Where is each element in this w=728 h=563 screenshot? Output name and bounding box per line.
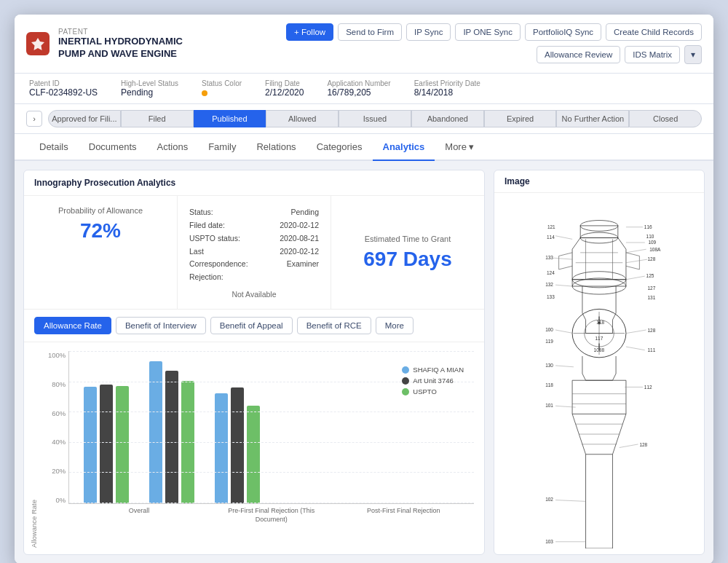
tab-analytics[interactable]: Analytics [373,134,435,161]
uspto-key: USPTO status: [189,232,240,245]
svg-text:1088: 1088 [594,347,605,353]
allowance-review-button[interactable]: Allowance Review [537,46,620,63]
svg-text:109: 109 [648,240,656,245]
gridline-40 [69,442,474,443]
bar-pre-final-green [181,381,194,503]
x-label-post-final: Post-First Final Rejection [347,507,459,524]
svg-line-28 [626,330,646,334]
y-label-100: 100% [48,351,66,359]
svg-line-27 [626,276,645,280]
step-expired[interactable]: Expired [484,110,557,127]
bar-group-overall [84,385,129,503]
gridline-60 [69,412,474,412]
toolbar-more-button[interactable]: ▾ [684,45,702,64]
svg-line-26 [626,259,648,263]
status-value: Pending [121,87,178,98]
chart-area: Allowance Rate 100% 80% 60% 40% 20% 0% [24,342,484,532]
progress-toggle-button[interactable]: › [26,111,42,127]
step-approved[interactable]: Approved for Fili... [48,110,121,127]
benefit-of-rce-button[interactable]: Benefit of RCE [297,317,371,334]
step-no-further[interactable]: No Further Action [556,110,629,127]
bar-pre-final-blue [149,361,162,503]
gridline-20 [69,472,474,473]
y-label-20: 20% [52,467,66,475]
chart-legend: SHAFIQ A MIAN Art Unit 3746 USPTO [402,366,464,398]
step-filed[interactable]: Filed [121,110,194,127]
status-color-label: Status Color [202,79,242,87]
tab-family[interactable]: Family [198,134,246,161]
chart-body: 100% 80% 60% 40% 20% 0% [48,351,474,524]
tab-more[interactable]: More ▾ [435,134,484,161]
allowance-rate-button[interactable]: Allowance Rate [34,317,111,334]
app-number-label: Application Number [327,79,390,87]
image-panel-title: Image [494,170,704,193]
step-issued[interactable]: Issued [339,110,411,127]
rejection-key: Rejection: [189,271,223,284]
svg-line-36 [555,366,574,367]
chart-bars-container: Overall Pre-First Final Rejection (ThisD… [68,351,474,524]
x-label-pre-final: Pre-First Final Rejection (ThisDocument) [215,507,328,524]
y-axis-title: Allowance Rate [28,447,39,555]
legend-item-art-unit: Art Unit 3746 [402,377,464,385]
bar-overall-blue [84,387,97,503]
tab-actions[interactable]: Actions [147,134,199,161]
ip-sync-button[interactable]: IP Sync [406,23,451,41]
legend-item-shafiq: SHAFIQ A MIAN [402,366,464,374]
svg-text:130: 130 [545,363,553,368]
svg-text:111: 111 [647,347,655,353]
legend-dot-blue [402,366,409,374]
ip-one-sync-button[interactable]: IP ONE Sync [455,23,521,41]
stats-row: Probability of Allowance 72% Status: Pen… [24,196,484,310]
chart-with-y-labels: 100% 80% 60% 40% 20% 0% [48,351,474,524]
svg-text:102: 102 [545,497,553,502]
patent-drawing-svg: 116 110 109 108A 128 125 127 131 128 111… [526,199,672,548]
step-closed[interactable]: Closed [629,110,702,127]
header: Patent INERTIAL HYDRODYNAMIC PUMP AND WA… [15,15,713,74]
bar-post-final-dark [231,387,244,503]
more-analysis-button[interactable]: More [376,317,414,334]
svg-text:110: 110 [646,234,654,239]
bar-group-pre-final [149,361,194,503]
bar-overall-dark [100,385,113,503]
bar-group-post-final [215,387,260,503]
y-labels: 100% 80% 60% 40% 20% 0% [48,351,68,504]
uspto-val: 2020-08-21 [280,232,319,245]
bar-overall-green [116,386,129,503]
step-allowed[interactable]: Allowed [266,110,339,127]
status-details: Status: Pending Filed date: 2020-02-12 U… [189,206,319,284]
tab-details[interactable]: Details [29,134,79,161]
follow-button[interactable]: + Follow [286,23,333,41]
step-abandoned[interactable]: Abandoned [411,110,484,127]
app-number-value: 16/789,205 [327,87,390,98]
status-field: High-Level Status Pending [121,79,178,98]
y-label-80: 80% [52,380,66,388]
main-window: Patent INERTIAL HYDRODYNAMIC PUMP AND WA… [15,15,713,563]
not-available: Not Available [189,290,319,299]
tab-documents[interactable]: Documents [79,134,147,161]
patent-title-block: Patent INERTIAL HYDRODYNAMIC PUMP AND WA… [58,28,204,60]
patent-id-value: CLF-0234892-US [29,87,98,98]
status-label: High-Level Status [121,79,178,87]
patent-logo [26,32,50,55]
benefit-of-interview-button[interactable]: Benefit of Interview [116,317,206,334]
bar-post-final-green [247,406,260,503]
ids-matrix-button[interactable]: IDS Matrix [625,46,680,63]
benefit-of-appeal-button[interactable]: Benefit of Appeal [210,317,293,334]
legend-item-uspto: USPTO [402,387,464,395]
bar-post-final-blue [215,393,228,503]
svg-text:116: 116 [644,224,652,229]
step-published[interactable]: Published [194,110,266,127]
tab-categories[interactable]: Categories [306,134,373,161]
gridline-0 [69,503,474,503]
create-child-records-button[interactable]: Create Child Records [606,23,702,41]
send-to-firm-button[interactable]: Send to Firm [338,23,402,41]
svg-line-29 [626,347,645,350]
svg-line-31 [620,444,638,448]
y-label-0: 0% [56,496,66,504]
priority-date-label: Earliest Priority Date [414,79,480,87]
portfolioiq-sync-button[interactable]: PortfolioIQ Sync [525,23,601,41]
patent-image: 116 110 109 108A 128 125 127 131 128 111… [494,193,704,554]
tab-relations[interactable]: Relations [246,134,306,161]
chevron-down-icon: ▾ [469,141,474,152]
svg-text:125: 125 [646,273,654,278]
